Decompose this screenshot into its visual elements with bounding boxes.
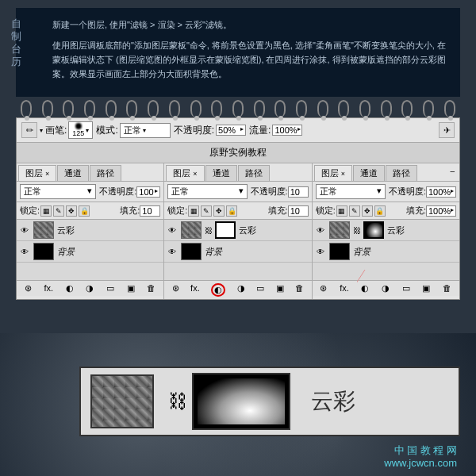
tab-paths[interactable]: 路径 xyxy=(238,165,270,181)
lock-transparent-icon[interactable]: ▦ xyxy=(336,205,347,217)
watermark: 中 国 教 程 网 www.jcwcn.com xyxy=(384,444,457,470)
lock-move-icon[interactable]: ✥ xyxy=(213,205,225,217)
visibility-icon[interactable]: 👁 xyxy=(19,225,30,236)
layer-row-cloud[interactable]: 👁 ⛓ 云彩 xyxy=(313,220,459,241)
vertical-title: 自制台历 xyxy=(11,17,22,68)
visibility-icon[interactable]: 👁 xyxy=(19,246,30,257)
dropdown-icon[interactable]: ▾ xyxy=(40,127,43,134)
link-icon[interactable]: ⊛ xyxy=(320,283,327,294)
layer-row-bg[interactable]: 👁 背景 xyxy=(17,241,163,263)
link-icon: ⛓ xyxy=(168,390,187,413)
visibility-icon[interactable]: 👁 xyxy=(315,246,326,257)
blend-mode-select[interactable]: 正常▾ xyxy=(316,184,386,199)
fill-input[interactable]: 100%▸ xyxy=(426,205,456,217)
link-icon[interactable]: ⊛ xyxy=(25,283,32,294)
lock-transparent-icon[interactable]: ▦ xyxy=(188,205,199,217)
main-panel: ✏ ▾ 画笔: 125 ▾ 模式: 正常▾ 不透明度: 50%▸ 流量: 100… xyxy=(16,117,460,300)
lock-paint-icon[interactable]: ✎ xyxy=(349,205,360,217)
brush-tool-icon[interactable]: ✏ xyxy=(21,122,37,138)
adjustment-icon[interactable]: ◑ xyxy=(86,283,94,294)
layer-row-bg[interactable]: 👁 背景 xyxy=(164,241,311,263)
visibility-icon[interactable]: 👁 xyxy=(167,246,178,257)
layer-thumb[interactable] xyxy=(33,243,54,260)
lock-label: 锁定: xyxy=(20,205,40,217)
layer-thumb[interactable] xyxy=(329,243,350,260)
lock-all-icon[interactable]: 🔒 xyxy=(226,205,237,217)
blend-mode-select[interactable]: 正常▾ xyxy=(120,123,171,138)
mask-thumb[interactable] xyxy=(363,221,384,239)
layer-opacity-input[interactable]: 100▸ xyxy=(136,186,160,198)
adjustment-icon[interactable]: ◑ xyxy=(237,283,245,297)
visibility-icon[interactable]: 👁 xyxy=(315,225,326,236)
new-layer-icon[interactable]: ▣ xyxy=(127,283,135,294)
tab-paths[interactable]: 路径 xyxy=(386,165,417,181)
tab-channels[interactable]: 通道 xyxy=(205,165,237,181)
folder-icon[interactable]: ▭ xyxy=(256,283,264,297)
mask-icon-highlighted[interactable]: ◐ xyxy=(211,283,225,297)
flow-input[interactable]: 100%▸ xyxy=(272,125,302,136)
fill-label: 填充: xyxy=(268,205,288,217)
new-layer-icon[interactable]: ▣ xyxy=(276,283,284,297)
lock-move-icon[interactable]: ✥ xyxy=(66,205,77,217)
blend-mode-select[interactable]: 正常▾ xyxy=(167,184,247,199)
layer-thumb[interactable] xyxy=(181,243,202,260)
airbrush-icon[interactable]: ✈ xyxy=(439,122,455,138)
mask-thumb[interactable] xyxy=(215,221,236,239)
trash-icon[interactable]: 🗑 xyxy=(295,283,304,297)
lock-paint-icon[interactable]: ✎ xyxy=(201,205,212,217)
layers-panel-1: 图层× 通道 路径 正常▾ 不透明度: 100▸ 锁定: ▦ ✎ ✥ 🔒 填充:… xyxy=(17,163,164,299)
tab-paths[interactable]: 路径 xyxy=(90,165,121,181)
layer-thumb[interactable] xyxy=(181,221,202,239)
fill-input[interactable]: 10 xyxy=(288,205,309,217)
instruction-1: 新建一个图层, 使用"滤镜 > 渲染 > 云彩"滤镜。 xyxy=(52,17,447,32)
lock-move-icon[interactable]: ✥ xyxy=(362,205,373,217)
layer-thumb[interactable] xyxy=(329,221,350,239)
zoom-mask-thumb xyxy=(194,374,289,428)
fx-icon[interactable]: fx. xyxy=(190,283,200,297)
minimize-icon[interactable]: – xyxy=(447,165,458,181)
lock-label: 锁定: xyxy=(167,205,187,217)
spiral-binding xyxy=(0,100,476,117)
trash-icon[interactable]: 🗑 xyxy=(443,283,451,294)
lock-label: 锁定: xyxy=(316,205,336,217)
opacity-label: 不透明度: xyxy=(251,186,288,198)
mask-icon[interactable]: ◐ xyxy=(66,283,74,294)
tab-layers[interactable]: 图层× xyxy=(166,165,204,181)
lock-transparent-icon[interactable]: ▦ xyxy=(40,205,52,217)
layer-row-cloud[interactable]: 👁 云彩 xyxy=(17,220,163,241)
lock-all-icon[interactable]: 🔒 xyxy=(79,205,90,217)
mask-icon[interactable]: ◐ xyxy=(361,283,369,294)
trash-icon[interactable]: 🗑 xyxy=(147,283,155,294)
link-icon[interactable]: ⊛ xyxy=(172,283,179,297)
adjustment-icon[interactable]: ◑ xyxy=(382,283,390,294)
fill-input[interactable]: 10 xyxy=(140,205,160,217)
fill-label: 填充: xyxy=(406,205,426,217)
layer-row-bg[interactable]: 👁 背景 xyxy=(313,241,459,263)
folder-icon[interactable]: ▭ xyxy=(106,283,114,294)
layer-opacity-input[interactable]: 10 xyxy=(288,186,309,198)
tab-layers[interactable]: 图层× xyxy=(314,165,352,181)
folder-icon[interactable]: ▭ xyxy=(402,283,410,294)
tab-channels[interactable]: 通道 xyxy=(353,165,385,181)
layer-row-cloud[interactable]: 👁 ⛓ 云彩 xyxy=(164,220,311,241)
opacity-input[interactable]: 50%▸ xyxy=(216,125,246,136)
new-layer-icon[interactable]: ▣ xyxy=(422,283,430,294)
zoom-label: 云彩 xyxy=(311,386,355,416)
brush-options-bar: ✏ ▾ 画笔: 125 ▾ 模式: 正常▾ 不透明度: 50%▸ 流量: 100… xyxy=(17,118,459,143)
tab-channels[interactable]: 通道 xyxy=(57,165,89,181)
fx-icon[interactable]: fx. xyxy=(340,283,349,294)
opacity-label: 不透明度: xyxy=(174,124,214,137)
blend-mode-select[interactable]: 正常▾ xyxy=(20,184,96,199)
tab-layers[interactable]: 图层× xyxy=(18,165,56,181)
lock-paint-icon[interactable]: ✎ xyxy=(53,205,64,217)
lock-all-icon[interactable]: 🔒 xyxy=(374,205,386,217)
zoom-detail: ⛓ 云彩 xyxy=(79,367,460,436)
layer-opacity-input[interactable]: 100%▸ xyxy=(426,186,456,198)
fill-label: 填充: xyxy=(120,205,140,217)
visibility-icon[interactable]: 👁 xyxy=(167,225,178,236)
fx-icon[interactable]: fx. xyxy=(44,283,54,294)
layer-thumb[interactable] xyxy=(33,221,54,239)
layers-panel-2: 图层× 通道 路径 正常▾ 不透明度: 10 锁定: ▦ ✎ ✥ 🔒 填充: 1… xyxy=(164,163,312,299)
instruction-2: 使用图层调板底部的"添加图层蒙板"命令, 将前景色设置为黑色, 选择"柔角画笔"… xyxy=(52,38,447,81)
brush-preset-picker[interactable]: 125 ▾ xyxy=(68,121,93,139)
